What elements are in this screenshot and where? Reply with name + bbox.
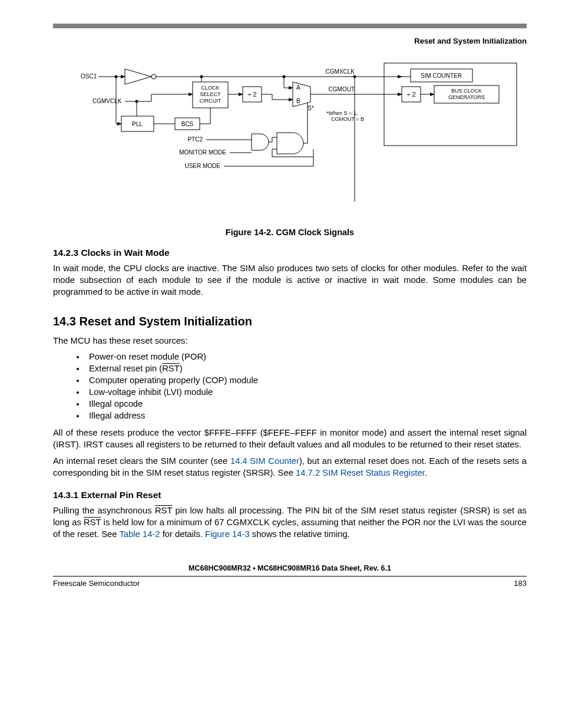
label-ptc2: PTC2 — [187, 136, 203, 143]
label-cgmout: CGMOUT — [329, 86, 355, 93]
rst-overline: RST — [162, 364, 180, 373]
footer-page-number: 183 — [514, 579, 527, 588]
label-mux-b: B — [296, 98, 300, 104]
para-14-3-1: Pulling the asynchronous RST pin low hal… — [53, 505, 527, 541]
svg-point-42 — [353, 75, 356, 78]
para-14-3-3: An internal reset clears the SIM counter… — [53, 456, 527, 479]
label-bcs: BCS — [181, 121, 194, 127]
para-14-3-intro: The MCU has these reset sources: — [53, 335, 527, 347]
heading-14-2-3: 14.2.3 Clocks in Wait Mode — [53, 248, 527, 258]
block-diagram: OSC1 CGMVCLK PL — [53, 57, 527, 213]
footer-rule — [53, 576, 527, 577]
heading-14-3-1: 14.3.1 External Pin Reset — [53, 490, 527, 500]
running-header: Reset and System Initialization — [53, 37, 527, 45]
list-item: Computer operating properly (COP) module — [85, 375, 527, 385]
list-item: Illegal opcode — [85, 399, 527, 409]
para-14-3-2: All of these resets produce the vector $… — [53, 427, 527, 451]
para-14-2-3: In wait mode, the CPU clocks are inactiv… — [53, 263, 527, 298]
label-css-l2: SELECT — [200, 91, 221, 97]
list-item: External reset pin (RST) — [85, 364, 527, 373]
header-bar — [53, 24, 527, 28]
label-mux-a: A — [296, 84, 300, 91]
label-sim-counter: SIM COUNTER — [421, 73, 462, 79]
label-cgmxclk: CGMXCLK — [326, 68, 355, 75]
list-item: Illegal address — [85, 411, 527, 420]
svg-point-2 — [151, 74, 156, 79]
label-css-l3: CIRCUIT — [200, 98, 222, 104]
label-div2-b: ÷ 2 — [406, 91, 415, 98]
footer-company: Freescale Semiconductor — [53, 579, 140, 588]
link-sim-counter[interactable]: 14.4 SIM Counter — [230, 456, 299, 466]
link-figure-14-3[interactable]: Figure 14-3 — [205, 529, 250, 539]
label-pll: PLL — [132, 121, 143, 127]
label-css-l1: CLOCK — [201, 85, 219, 91]
reset-sources-list: Power-on reset module (POR) External res… — [53, 352, 527, 420]
rst-overline: RST — [155, 506, 172, 515]
rst-overline: RST — [84, 518, 101, 527]
link-sim-reset-status[interactable]: 14.7.2 SIM Reset Status Register — [296, 468, 425, 477]
heading-14-3: 14.3 Reset and System Initialization — [53, 315, 527, 328]
list-item: Power-on reset module (POR) — [85, 352, 527, 361]
label-sstar: S* — [308, 105, 314, 111]
link-table-14-2[interactable]: Table 14-2 — [119, 529, 160, 539]
label-osc1: OSC1 — [81, 73, 97, 80]
label-monitor: MONITOR MODE — [179, 149, 226, 156]
label-note-l1: *When S = 1, — [326, 110, 358, 116]
label-bus-l1: BUS CLOCK — [451, 88, 482, 94]
label-cgmvclk: CGMVCLK — [92, 98, 122, 104]
label-bus-l2: GENERATORS — [448, 94, 485, 100]
label-div2-a: ÷ 2 — [247, 91, 256, 98]
figure-caption: Figure 14-2. CGM Clock Signals — [53, 228, 527, 237]
label-note-l2: CGMOUT = B — [331, 116, 364, 122]
footer-doc-title: MC68HC908MR32 • MC68HC908MR16 Data Sheet… — [53, 564, 527, 572]
label-user: USER MODE — [184, 163, 220, 169]
list-item: Low-voltage inhibit (LVI) module — [85, 387, 527, 397]
